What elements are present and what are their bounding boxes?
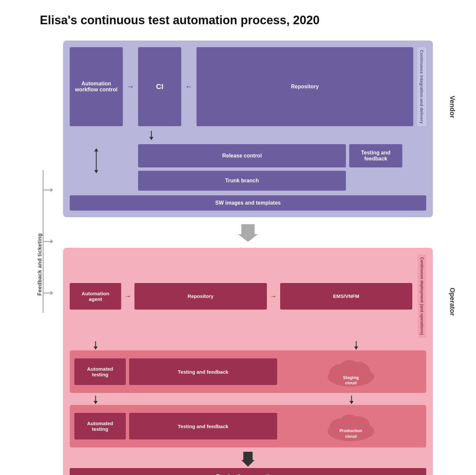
feedback-ticketing-label: Feedback and ticketing: [37, 233, 43, 296]
agent-down-arrow: [70, 341, 121, 350]
production-row: Automated testing Testing and feedback P…: [70, 405, 426, 447]
op-row-1: Automation agent → Repository → EMS/VNFM…: [70, 254, 426, 338]
spacer5: [218, 341, 308, 350]
agent-arrow-svg: [92, 341, 99, 350]
svg-point-20: [339, 360, 359, 377]
svg-text:Production: Production: [340, 428, 362, 433]
ci-sub-section: Release control Testing and feedback Tru…: [138, 131, 402, 191]
automation-workflow-box: Automation workflow control: [70, 47, 123, 126]
svg-marker-33: [241, 452, 255, 467]
staging-down-arrows: [70, 396, 426, 405]
left-vert-arrow-area: [70, 147, 123, 174]
ci-label-container: Continuous integration and delivery: [417, 47, 426, 126]
at1-arrow-svg: [92, 396, 99, 405]
release-control-box: Release control: [138, 144, 346, 167]
ci-delivery-label: Continuous integration and delivery: [417, 47, 426, 126]
svg-marker-8: [94, 148, 98, 151]
ci-arrow-svg: [148, 131, 155, 141]
spacer4: [124, 341, 214, 350]
vertical-arrow-workflow: [93, 147, 100, 174]
testing-feedback-vendor-box: Testing and feedback: [349, 144, 402, 167]
vendor-top-row: Automation workflow control → CI ← Repos…: [70, 47, 426, 126]
ci-down-arrow: [138, 131, 402, 141]
vendor-repository-box: Repository: [197, 47, 413, 126]
prod-big-arrow-svg: [241, 450, 255, 467]
ems-arrow-svg: [353, 341, 359, 350]
big-arrow-container: [63, 223, 433, 242]
testing-feedback-2-box: Testing and feedback: [129, 358, 277, 385]
svg-marker-6: [50, 291, 53, 295]
sw-images-box: SW images and templates: [70, 195, 426, 211]
main-diagram: Feedback and ticketing Automation workfl…: [20, 41, 456, 475]
operator-title: Operator: [448, 288, 456, 316]
svg-marker-14: [94, 346, 98, 350]
staging-row: Automated testing Testing and feedback S…: [70, 350, 426, 393]
svg-marker-26: [350, 401, 354, 404]
sc-arrow-svg: [348, 396, 355, 405]
trunk-branch-box: Trunk branch: [138, 171, 346, 191]
trunk-row: Trunk branch: [138, 171, 402, 191]
production-cloud-svg: Production cloud: [324, 410, 377, 443]
staging-cloud-container: Staging cloud: [280, 355, 422, 388]
arrow-workflow-to-ci: →: [127, 47, 134, 126]
page-title: Elisa's continuous test automation proce…: [40, 13, 320, 27]
left-section: Feedback and ticketing: [20, 41, 60, 297]
svg-text:Staging: Staging: [343, 375, 359, 380]
cd-label-container: Continuous deployment (and operations): [418, 254, 426, 338]
svg-text:cloud: cloud: [345, 434, 357, 439]
svg-marker-9: [94, 170, 98, 173]
op-arrows-row: [70, 341, 426, 350]
vendor-section: Automation workflow control → CI ← Repos…: [63, 41, 433, 217]
spacer6: [404, 341, 426, 350]
diagrams-column: Automation workflow control → CI ← Repos…: [63, 41, 433, 475]
svg-text:cloud: cloud: [345, 380, 357, 385]
staging-cloud-down: [277, 396, 427, 405]
svg-marker-12: [238, 224, 258, 242]
auto-testing-1-down: [70, 396, 121, 405]
operator-section: Automation agent → Repository → EMS/VNFM…: [63, 248, 433, 475]
arrow-repo-ems: →: [270, 292, 277, 300]
ems-down-arrow: [311, 341, 401, 350]
spacer2: [349, 171, 402, 191]
auto-testing-2-box: Automated testing: [74, 413, 126, 439]
prod-big-arrow: [70, 450, 426, 467]
testing-feedback-3-box: Testing and feedback: [129, 413, 277, 439]
ci-mid-section: Release control Testing and feedback Tru…: [138, 131, 402, 191]
production-ops-bar: Production operations: [70, 468, 426, 475]
release-testing-row: Release control Testing and feedback: [138, 144, 402, 167]
production-cloud-container: Production cloud: [280, 410, 422, 443]
svg-marker-16: [354, 346, 358, 350]
big-down-arrow-svg: [238, 223, 258, 242]
operator-title-container: Operator: [446, 185, 456, 418]
svg-marker-11: [149, 137, 153, 140]
right-labels: Vendor Operator: [436, 41, 456, 418]
vendor-title-container: Vendor: [446, 44, 456, 170]
arrow-agent-repo: →: [124, 292, 131, 300]
sw-images-row: SW images and templates: [70, 195, 426, 211]
arrow-repo-to-ci: ←: [185, 47, 193, 126]
op-repository-box: Repository: [134, 283, 267, 310]
svg-marker-24: [94, 401, 98, 404]
automation-agent-box: Automation agent: [70, 283, 121, 310]
spacer7: [124, 396, 274, 405]
svg-marker-4: [50, 188, 53, 192]
ems-vnfm-box: EMS/VNFM: [280, 283, 413, 310]
cd-label: Continuous deployment (and operations): [418, 254, 426, 338]
staging-cloud-svg: Staging cloud: [324, 355, 377, 388]
feedback-label-wrapper: Feedback and ticketing: [37, 233, 43, 297]
vendor-title: Vendor: [448, 96, 456, 118]
svg-marker-5: [50, 239, 53, 244]
ci-box: CI: [138, 47, 181, 126]
auto-testing-1-box: Automated testing: [74, 358, 126, 385]
vendor-mid-row: Release control Testing and feedback Tru…: [70, 131, 426, 191]
